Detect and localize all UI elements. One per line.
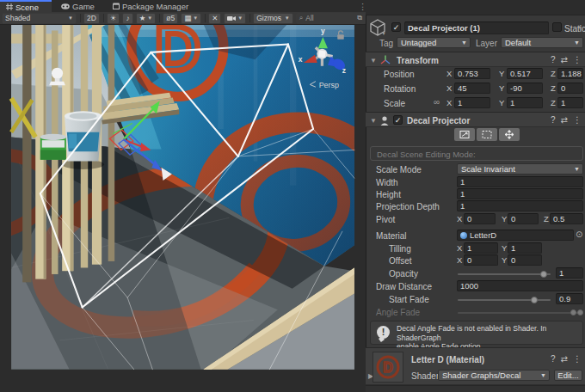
width-field[interactable]: 1 xyxy=(457,176,583,187)
draw-mode-dropdown[interactable]: Shaded▼ xyxy=(2,13,77,24)
camera-dropdown[interactable]: ▼ xyxy=(224,13,246,24)
tab-scene[interactable]: Scene xyxy=(0,0,52,12)
material-object-field[interactable]: LetterD xyxy=(457,230,574,241)
scene-pane: D xyxy=(0,0,366,392)
persp-label[interactable]: Persp xyxy=(319,81,339,89)
gameobject-name-field[interactable]: Decal Projector (1) xyxy=(404,21,549,34)
material-presets-icon[interactable]: ⇄ xyxy=(561,354,568,364)
shader-dropdown[interactable]: Shader Graphs/Decal▼ xyxy=(438,370,550,381)
decal-title: Decal Projector xyxy=(407,115,470,126)
gameobject-icon-caret[interactable]: ▼ xyxy=(381,31,386,36)
pivot-z-field[interactable]: 0.5 xyxy=(550,213,583,224)
axis-z-label: Z xyxy=(551,69,556,78)
decal-projector-header[interactable]: ▼ ✓ Decal Projector ? ⇄ ⋮ xyxy=(366,112,585,127)
position-label: Position xyxy=(384,69,415,80)
scale-label: Scale xyxy=(384,98,405,109)
material-help-icon[interactable]: ? xyxy=(551,354,556,364)
material-label: Material xyxy=(376,230,407,242)
bulb-icon: ☀ xyxy=(110,14,117,22)
rotation-x-field[interactable]: 45 xyxy=(454,83,490,94)
audio-toggle[interactable]: ♪ xyxy=(122,13,132,24)
tab-game[interactable]: Game xyxy=(55,0,103,12)
tab-package-manager[interactable]: Package Manager xyxy=(107,0,208,12)
start-fade-value-field[interactable]: 0.9 xyxy=(556,293,583,304)
projection-depth-field[interactable]: 1 xyxy=(457,200,583,211)
hidden-objects-button[interactable]: ø5 xyxy=(163,13,178,24)
scene-viewport[interactable]: D xyxy=(0,24,366,392)
axis-x-label: X xyxy=(446,69,452,78)
rotation-label: Rotation xyxy=(384,83,416,95)
green-paint-can xyxy=(40,134,66,160)
decal-enabled-checkbox[interactable]: ✓ xyxy=(393,115,403,125)
scale-z-field[interactable]: 1 xyxy=(557,97,583,108)
gamepad-icon xyxy=(61,3,70,9)
shader-label: Shader xyxy=(411,371,439,382)
edit-scale-mode-button[interactable] xyxy=(454,128,475,141)
material-thumbnail[interactable]: D xyxy=(373,352,403,383)
opacity-label: Opacity xyxy=(389,268,418,279)
material-sphere-icon xyxy=(460,232,467,239)
position-z-field[interactable]: 1.188 xyxy=(557,68,583,79)
draw-distance-field[interactable]: 1000 xyxy=(457,280,583,291)
scene-search-input[interactable]: ⌕ All ⧉ xyxy=(296,13,366,24)
search-icon: ⌕ xyxy=(299,14,303,22)
scale-y-field[interactable]: 1 xyxy=(507,97,543,108)
shader-edit-button[interactable]: Edit... xyxy=(554,370,582,381)
inspector-footer xyxy=(366,385,585,392)
decal-foldout[interactable]: ▼ xyxy=(370,117,377,125)
edit-pivot-mode-button[interactable] xyxy=(499,128,520,141)
component-tools-button[interactable]: ✕ xyxy=(208,13,221,24)
transform-menu-icon[interactable]: ⋮ xyxy=(573,55,582,64)
transform-help-icon[interactable]: ? xyxy=(551,55,556,64)
grid-dropdown[interactable]: ▦▼ xyxy=(181,13,201,24)
position-y-field[interactable]: 0.517 xyxy=(507,68,543,79)
transform-presets-icon[interactable]: ⇄ xyxy=(561,55,568,64)
transform-icon xyxy=(380,55,391,65)
transform-header[interactable]: ▼ Transform ? ⇄ ⋮ xyxy=(366,52,585,67)
projection-depth-label: Projection Depth xyxy=(376,201,440,212)
tag-dropdown[interactable]: Untagged▼ xyxy=(397,37,471,48)
offset-y-field[interactable]: 0 xyxy=(508,254,542,266)
search-window-icon: ⧉ xyxy=(357,14,362,22)
tiling-x-field[interactable]: 1 xyxy=(464,242,498,254)
decal-presets-icon[interactable]: ⇄ xyxy=(561,115,568,125)
layer-dropdown[interactable]: Default▼ xyxy=(501,37,583,48)
static-caret[interactable]: ▼ xyxy=(577,25,582,30)
opacity-slider-handle[interactable] xyxy=(540,271,547,278)
opacity-slider-track[interactable] xyxy=(458,273,551,275)
2d-toggle[interactable]: 2D xyxy=(83,13,100,24)
scale-x-field[interactable]: 1 xyxy=(454,97,490,108)
scene-tabbar: Scene Game Package Manager ⋮ xyxy=(0,0,366,13)
effects-dropdown[interactable]: ★▼ xyxy=(136,13,157,24)
rotation-z-field[interactable]: 0 xyxy=(557,83,583,94)
static-checkbox[interactable] xyxy=(552,22,562,32)
edit-crop-mode-button[interactable] xyxy=(477,128,497,141)
angle-fade-slider-track xyxy=(458,312,583,314)
gizmos-dropdown[interactable]: Gizmos▼ xyxy=(253,13,293,24)
height-field[interactable]: 1 xyxy=(457,188,583,199)
angle-fade-max-handle xyxy=(577,309,583,315)
scene-tab-menu[interactable]: ⋮ xyxy=(353,0,366,12)
object-picker-icon[interactable]: ⊙ xyxy=(576,230,582,239)
pivot-x-field[interactable]: 0 xyxy=(464,213,496,224)
warning-bubble-icon: ! xyxy=(377,326,390,339)
tiling-y-field[interactable]: 1 xyxy=(508,242,542,254)
opacity-value-field[interactable]: 1 xyxy=(556,267,583,279)
material-header[interactable]: ▶ D Letter D (Material) ? ⇄ ⋮ Shader Sha… xyxy=(366,347,585,385)
decal-help-icon[interactable]: ? xyxy=(551,115,556,125)
offset-x-field[interactable]: 0 xyxy=(464,254,498,266)
svg-text:D: D xyxy=(383,360,393,375)
lighting-toggle[interactable]: ☀ xyxy=(107,13,120,24)
material-title: Letter D (Material) xyxy=(411,354,484,365)
scale-mode-dropdown[interactable]: Scale Invariant▼ xyxy=(457,163,583,175)
pivot-y-field[interactable]: 0 xyxy=(508,213,539,224)
scale-link-icon[interactable]: ∞ xyxy=(434,97,440,107)
gameobject-active-checkbox[interactable]: ✓ xyxy=(391,22,401,32)
rotation-y-field[interactable]: -90 xyxy=(507,83,543,94)
transform-foldout[interactable]: ▼ xyxy=(370,57,377,64)
position-x-field[interactable]: 0.753 xyxy=(454,68,490,79)
audio-icon: ♪ xyxy=(126,14,129,22)
decal-menu-icon[interactable]: ⋮ xyxy=(573,115,582,125)
start-fade-slider-handle[interactable] xyxy=(531,297,538,303)
material-menu-icon[interactable]: ⋮ xyxy=(573,354,582,364)
